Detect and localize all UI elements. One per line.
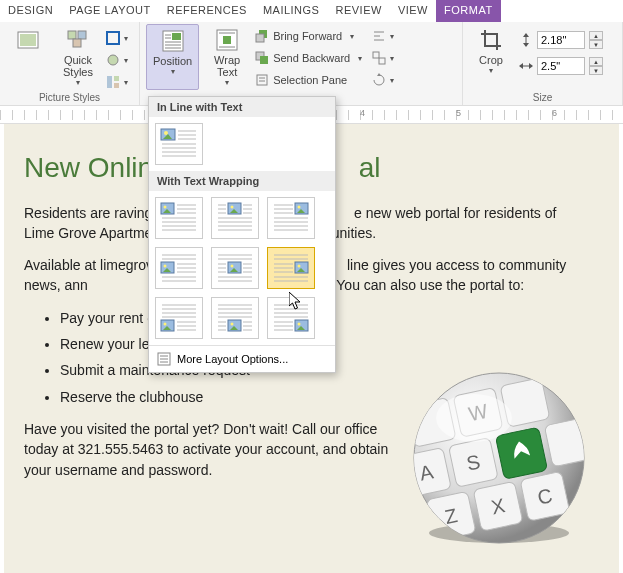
svg-rect-32 [379, 58, 385, 64]
dropdown-arrow-icon: ▾ [225, 78, 229, 87]
svg-rect-8 [114, 76, 119, 81]
svg-rect-3 [78, 31, 86, 39]
tab-references[interactable]: REFERENCES [159, 0, 255, 22]
position-top-left[interactable] [155, 197, 203, 239]
send-backward-button[interactable]: Send Backward ▾ [255, 48, 362, 68]
svg-point-71 [164, 206, 167, 209]
position-menu-header-inline: In Line with Text [149, 97, 335, 117]
position-bottom-left[interactable] [155, 297, 203, 339]
height-spinner[interactable]: ▲▼ [589, 31, 603, 49]
svg-point-59 [436, 394, 512, 442]
tab-design[interactable]: DESIGN [0, 0, 61, 22]
wrap-text-button[interactable]: Wrap Text ▾ [205, 24, 249, 90]
tab-mailings[interactable]: MAILINGS [255, 0, 328, 22]
position-button[interactable]: Position ▾ [146, 24, 199, 90]
svg-point-106 [164, 265, 167, 268]
position-bottom-center[interactable] [211, 297, 259, 339]
svg-rect-5 [107, 32, 119, 44]
svg-point-81 [231, 206, 234, 209]
position-middle-left[interactable] [155, 247, 203, 289]
svg-rect-1 [20, 34, 36, 46]
svg-point-94 [298, 206, 301, 209]
svg-rect-2 [68, 31, 76, 39]
svg-point-141 [164, 323, 167, 326]
position-middle-right[interactable] [267, 247, 315, 289]
svg-marker-38 [519, 63, 523, 69]
position-menu-header-wrap: With Text Wrapping [149, 171, 335, 191]
svg-point-164 [298, 323, 301, 326]
svg-rect-51 [495, 427, 547, 479]
selection-pane-button[interactable]: Selection Pane [255, 70, 362, 90]
ribbon: Quick Styles ▾ ▾ ▾ ▾ Picture Styles Posi… [0, 22, 623, 106]
picture-layout-button[interactable]: ▾ [106, 72, 128, 92]
height-input[interactable] [537, 31, 585, 49]
svg-marker-35 [523, 33, 529, 37]
svg-rect-25 [257, 75, 267, 85]
svg-marker-33 [377, 73, 381, 76]
svg-marker-173 [289, 292, 300, 309]
more-layout-options[interactable]: More Layout Options... [149, 345, 335, 372]
svg-marker-39 [529, 63, 533, 69]
layout-options-icon [157, 352, 171, 366]
group-objects-button[interactable]: ▾ [372, 48, 394, 68]
svg-rect-7 [107, 76, 112, 88]
tab-review[interactable]: REVIEW [327, 0, 389, 22]
svg-rect-9 [114, 83, 119, 88]
inserted-picture[interactable]: W A S Z X C [409, 368, 589, 548]
align-button[interactable]: ▾ [372, 26, 394, 46]
svg-point-129 [298, 265, 301, 268]
tab-format[interactable]: FORMAT [436, 0, 501, 22]
svg-marker-36 [523, 43, 529, 47]
svg-point-151 [231, 323, 234, 326]
width-input[interactable] [537, 57, 585, 75]
crop-button[interactable]: Crop ▾ [469, 24, 513, 77]
svg-rect-52 [544, 417, 589, 467]
doc-para-3: Have you visited the portal yet? Don't w… [24, 419, 394, 480]
svg-rect-31 [373, 52, 379, 58]
picture-effects-button[interactable]: ▾ [106, 50, 128, 70]
quick-styles-button[interactable]: Quick Styles ▾ [56, 24, 100, 92]
position-inline[interactable] [155, 123, 203, 165]
position-top-right[interactable] [267, 197, 315, 239]
picture-border-button[interactable]: ▾ [106, 28, 128, 48]
mouse-cursor-icon [289, 292, 303, 310]
dropdown-arrow-icon: ▾ [76, 78, 80, 87]
group-label-picture-styles: Picture Styles [6, 92, 133, 105]
group-arrange: Position ▾ Wrap Text ▾ Bring Forward ▾ S… [140, 22, 463, 105]
ribbon-tabs: DESIGN PAGE LAYOUT REFERENCES MAILINGS R… [0, 0, 623, 22]
dropdown-arrow-icon: ▾ [171, 67, 175, 76]
svg-rect-4 [73, 39, 81, 47]
height-icon [519, 33, 533, 47]
svg-point-6 [108, 55, 118, 65]
svg-rect-11 [172, 33, 181, 40]
svg-rect-24 [260, 56, 268, 64]
rotate-button[interactable]: ▾ [372, 70, 394, 90]
style-gallery-icon[interactable] [6, 24, 50, 92]
svg-point-61 [164, 131, 168, 135]
svg-rect-18 [223, 36, 231, 44]
position-top-center[interactable] [211, 197, 259, 239]
position-middle-center[interactable] [211, 247, 259, 289]
bring-forward-button[interactable]: Bring Forward ▾ [255, 26, 362, 46]
tab-view[interactable]: VIEW [390, 0, 436, 22]
group-label-size: Size [469, 92, 616, 105]
group-size: Crop ▾ ▲▼ ▲▼ Size [463, 22, 623, 105]
group-picture-styles: Quick Styles ▾ ▾ ▾ ▾ Picture Styles [0, 22, 140, 105]
position-menu: In Line with Text With Text Wrapping Mor… [148, 96, 336, 373]
width-icon [519, 59, 533, 73]
tab-page-layout[interactable]: PAGE LAYOUT [61, 0, 159, 22]
svg-point-116 [231, 265, 234, 268]
dropdown-arrow-icon: ▾ [489, 66, 493, 75]
svg-rect-22 [256, 34, 264, 42]
width-spinner[interactable]: ▲▼ [589, 57, 603, 75]
